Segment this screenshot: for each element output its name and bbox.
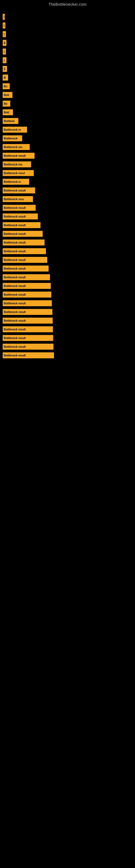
bar-label: Bottleneck result bbox=[4, 354, 26, 357]
bar: Bottleneck result bbox=[3, 240, 45, 246]
bar-label: Bott bbox=[4, 111, 9, 114]
bar-label: Bo bbox=[4, 85, 7, 88]
bar-row: | bbox=[3, 48, 132, 55]
bars-container: |||E||EBBoBottBoBottBottleneBottleneck r… bbox=[0, 8, 135, 363]
bar: Bottleneck result bbox=[3, 248, 46, 254]
bar-label: Bottleneck result bbox=[4, 258, 26, 261]
bar-row: Bottleneck resul bbox=[3, 169, 132, 177]
bar-label: Bottleneck result bbox=[4, 207, 26, 209]
bar: | bbox=[3, 23, 5, 29]
bar-label: | bbox=[4, 59, 5, 62]
bar-label: Bottleneck re bbox=[4, 128, 21, 131]
bar-row: Bottleneck result bbox=[3, 291, 132, 299]
bar: Bottleneck re bbox=[3, 127, 27, 133]
bar: Bottleneck resul bbox=[3, 170, 34, 176]
bar: Bottleneck result bbox=[3, 335, 53, 341]
bar-row: Bottleneck result bbox=[3, 326, 132, 333]
bar-row: Bottleneck result bbox=[3, 334, 132, 342]
bar-label: Bottleneck result bbox=[4, 250, 26, 253]
bar-label: Bottleneck result bbox=[4, 189, 26, 192]
bar: Bottleneck result bbox=[3, 205, 36, 211]
bar-label: Bottleneck result bbox=[4, 232, 26, 236]
bar-row: Bottleneck result bbox=[3, 152, 132, 159]
bar-row: Bottleneck result bbox=[3, 351, 132, 359]
bar: | bbox=[3, 49, 6, 55]
bar-row: Bottlene bbox=[3, 117, 132, 125]
bar: Bottleneck result bbox=[3, 257, 47, 263]
bar-label: Bott bbox=[4, 94, 9, 97]
bar-row: Bottleneck resu bbox=[3, 195, 132, 203]
bar: E bbox=[3, 40, 6, 46]
bar: E bbox=[3, 66, 7, 72]
bar-label: E bbox=[4, 41, 6, 44]
bar-label: E bbox=[4, 67, 6, 70]
bar: Bottleneck result bbox=[3, 231, 43, 237]
bar: Bottleneck result bbox=[3, 283, 51, 289]
bar: Bottleneck result bbox=[3, 153, 35, 159]
site-title-container: TheBottlenecker.com bbox=[0, 0, 135, 8]
bar-row: Bottleneck result bbox=[3, 204, 132, 212]
bar-label: Bottleneck result bbox=[4, 345, 26, 348]
bar-row: Bo bbox=[3, 83, 132, 90]
bar: Bottleneck result bbox=[3, 214, 38, 219]
bar-row: Bottleneck result bbox=[3, 317, 132, 324]
bar: Bottleneck result bbox=[3, 352, 54, 358]
bar-row: Bott bbox=[3, 108, 132, 116]
bar-label: Bottleneck result bbox=[4, 311, 26, 314]
bar-row: Bottleneck result bbox=[3, 282, 132, 290]
bar-label: Bottleneck resul bbox=[4, 172, 25, 175]
bar-row: Bottleneck re bbox=[3, 178, 132, 186]
bar-row: B bbox=[3, 74, 132, 82]
bar-row: Bottleneck res bbox=[3, 161, 132, 168]
bar-row: E bbox=[3, 39, 132, 46]
bar: Bo bbox=[3, 83, 10, 89]
bar: Bottleneck result bbox=[3, 187, 35, 193]
bar-label: | bbox=[4, 16, 5, 19]
bar-label: | bbox=[4, 24, 5, 27]
bar-label: Bottlene bbox=[4, 120, 14, 123]
bar: Bo bbox=[3, 101, 10, 106]
bar-row: Bottleneck result bbox=[3, 308, 132, 316]
bar-row: Bottleneck result bbox=[3, 187, 132, 194]
bar: Bottleneck result bbox=[3, 344, 53, 350]
bar: Bottleneck result bbox=[3, 291, 51, 298]
bar-row: | bbox=[3, 30, 132, 38]
bar-row: Bottleneck result bbox=[3, 343, 132, 350]
bar: Bottleneck res bbox=[3, 144, 30, 150]
bar-label: Bottleneck result bbox=[4, 337, 26, 340]
bar-row: Bott bbox=[3, 91, 132, 99]
bar-label: Bottleneck res bbox=[4, 163, 22, 166]
bar-row: E bbox=[3, 65, 132, 73]
bar: Bottleneck res bbox=[3, 161, 31, 167]
bar-label: Bottleneck result bbox=[4, 267, 26, 270]
bar-label: Bo bbox=[4, 102, 7, 105]
bar-row: Bo bbox=[3, 100, 132, 107]
bar-label: Bottleneck result bbox=[4, 328, 26, 331]
bar: Bottleneck resu bbox=[3, 196, 33, 202]
bar: | bbox=[3, 31, 6, 37]
bar: Bottleneck re bbox=[3, 179, 29, 185]
bar: | bbox=[3, 57, 6, 63]
bar-row: | bbox=[3, 22, 132, 29]
bar-label: Bottleneck res bbox=[4, 146, 22, 149]
bar-row: | bbox=[3, 13, 132, 21]
bar: Bottleneck result bbox=[3, 222, 41, 228]
bar: Bottleneck result bbox=[3, 318, 53, 323]
bar: Bott bbox=[3, 92, 12, 98]
bar-label: Bottleneck result bbox=[4, 319, 26, 322]
bar-label: Bottleneck result bbox=[4, 241, 26, 244]
bar-label: | bbox=[4, 33, 5, 36]
bar: | bbox=[3, 14, 5, 20]
bar-row: Bottleneck res bbox=[3, 143, 132, 151]
bar-label: Bottleneck resu bbox=[4, 198, 24, 201]
bar-label: Bottleneck result bbox=[4, 154, 26, 157]
bar-label: Bottleneck result bbox=[4, 284, 26, 287]
bar-row: Bottleneck bbox=[3, 134, 132, 142]
bar-row: Bottleneck result bbox=[3, 300, 132, 307]
bar-label: Bottleneck result bbox=[4, 215, 26, 218]
bar-row: Bottleneck re bbox=[3, 126, 132, 133]
bar-label: Bottleneck re bbox=[4, 180, 21, 183]
bar: B bbox=[3, 74, 8, 81]
bar-row: Bottleneck result bbox=[3, 230, 132, 238]
bar: Bottleneck bbox=[3, 135, 22, 141]
